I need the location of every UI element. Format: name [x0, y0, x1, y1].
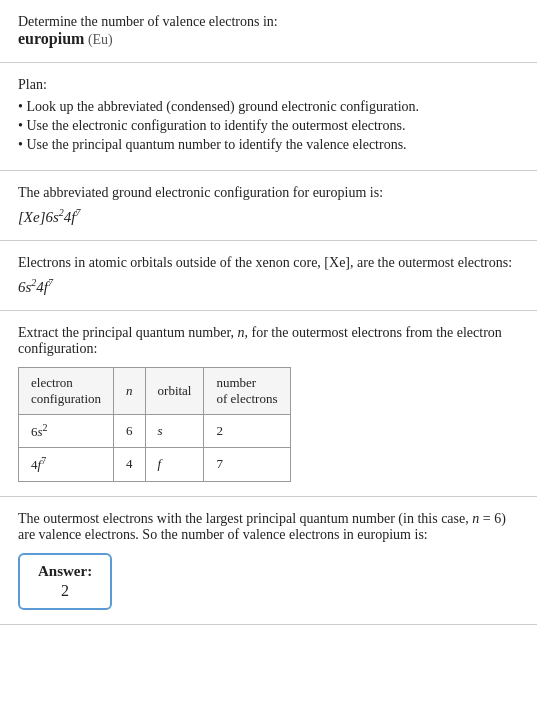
intro-text: Determine the number of valence electron…: [18, 14, 519, 30]
table-row: 6s2 6 s 2: [19, 415, 291, 448]
row1-config: 6s2: [19, 415, 114, 448]
outermost-section: Electrons in atomic orbitals outside of …: [0, 241, 537, 311]
plan-step-2: • Use the electronic configuration to id…: [18, 118, 519, 134]
row1-orbital: s: [145, 415, 204, 448]
conclusion-section: The outermost electrons with the largest…: [0, 497, 537, 625]
row2-electrons: 7: [204, 448, 290, 481]
plan-title: Plan:: [18, 77, 519, 93]
answer-label: Answer:: [38, 563, 92, 580]
col-header-orbital: orbital: [145, 368, 204, 415]
plan-steps: • Look up the abbreviated (condensed) gr…: [18, 99, 519, 153]
electron-table: electronconfiguration n orbital numberof…: [18, 367, 291, 482]
col-header-electrons: numberof electrons: [204, 368, 290, 415]
row1-n: 6: [114, 415, 146, 448]
header-section: Determine the number of valence electron…: [0, 0, 537, 63]
conclusion-text: The outermost electrons with the largest…: [18, 511, 519, 543]
answer-box: Answer: 2: [18, 553, 112, 610]
element-symbol: (Eu): [88, 32, 113, 47]
config-section: The abbreviated ground electronic config…: [0, 171, 537, 241]
plan-step-3: • Use the principal quantum number to id…: [18, 137, 519, 153]
col-header-config: electronconfiguration: [19, 368, 114, 415]
table-row: 4f7 4 f 7: [19, 448, 291, 481]
row1-electrons: 2: [204, 415, 290, 448]
answer-value: 2: [38, 582, 92, 600]
row2-config: 4f7: [19, 448, 114, 481]
plan-section: Plan: • Look up the abbreviated (condens…: [0, 63, 537, 171]
row2-orbital: f: [145, 448, 204, 481]
outermost-display: 6s24f7: [18, 277, 519, 296]
col-header-n: n: [114, 368, 146, 415]
row2-n: 4: [114, 448, 146, 481]
outermost-intro: Electrons in atomic orbitals outside of …: [18, 255, 519, 271]
element-name: europium: [18, 30, 84, 47]
table-section: Extract the principal quantum number, n,…: [0, 311, 537, 497]
plan-step-1: • Look up the abbreviated (condensed) gr…: [18, 99, 519, 115]
table-intro: Extract the principal quantum number, n,…: [18, 325, 519, 357]
config-display: [Xe]6s24f7: [18, 207, 519, 226]
config-intro: The abbreviated ground electronic config…: [18, 185, 519, 201]
